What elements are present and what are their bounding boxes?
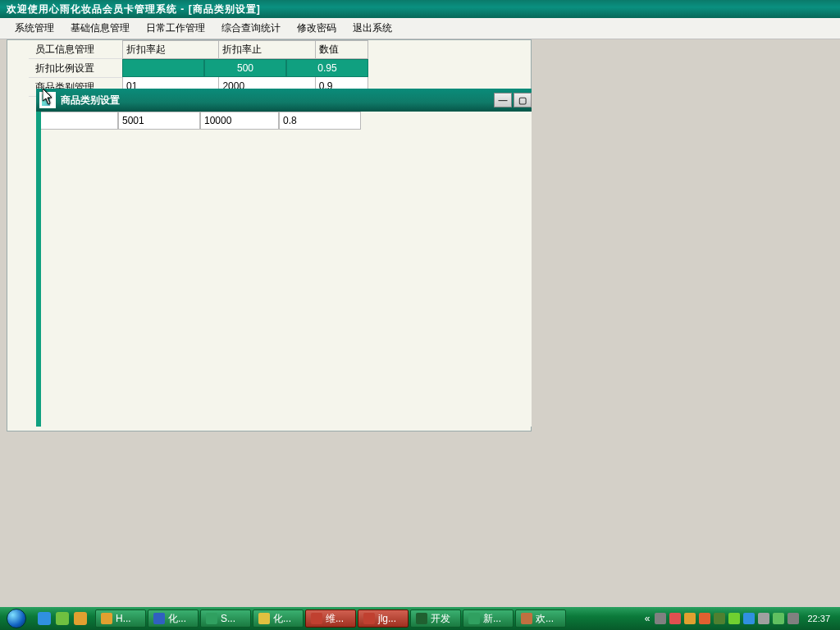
tray-icon[interactable] [699, 613, 710, 624]
task-app-icon [416, 613, 427, 624]
taskbar-task-button[interactable]: 新... [463, 609, 514, 628]
tray-icon[interactable] [655, 613, 666, 624]
menu-baseinfo[interactable]: 基础信息管理 [62, 18, 138, 39]
task-label: 化... [168, 612, 186, 626]
side-item-staff[interactable]: 员工信息管理 [29, 40, 122, 59]
category-row[interactable]: 5001 10000 0.8 [41, 112, 532, 130]
menu-daily[interactable]: 日常工作管理 [138, 18, 213, 39]
taskbar-task-button[interactable]: H... [95, 609, 146, 628]
task-buttons: H...化...S...化...维...jlg...开发新...欢... [92, 609, 566, 628]
menu-password[interactable]: 修改密码 [289, 18, 345, 39]
ql-icon[interactable] [56, 612, 69, 625]
ql-icon[interactable] [38, 612, 51, 625]
menu-system[interactable]: 系统管理 [7, 18, 62, 39]
category-window-titlebar[interactable]: 商品类别设置 — ▢ [36, 89, 532, 112]
taskbar-task-button[interactable]: 维... [305, 609, 356, 628]
system-tray: «22:37 [643, 613, 840, 624]
taskbar-task-button[interactable]: 化... [148, 609, 199, 628]
taskbar-task-button[interactable]: 开发 [410, 609, 461, 628]
tray-icon[interactable] [714, 613, 725, 624]
taskbar-task-button[interactable]: jlg... [358, 609, 409, 628]
mdi-workspace: 员工信息管理 折扣比例设置 商品类别管理 折扣率起 折扣率止 数值 500 0.… [0, 39, 840, 607]
menubar: 系统管理 基础信息管理 日常工作管理 综合查询统计 修改密码 退出系统 [0, 18, 840, 39]
task-app-icon [153, 613, 165, 624]
task-app-icon [311, 613, 322, 624]
app-title: 欢迎使用心雨化妆品会员卡管理系统 - [商品类别设置] [7, 2, 261, 16]
grid-header-row: 折扣率起 折扣率止 数值 [123, 41, 368, 59]
cell-start[interactable]: 5001 [118, 112, 200, 130]
taskbar-task-button[interactable]: 欢... [515, 609, 566, 628]
task-label: 欢... [536, 612, 554, 626]
menu-exit[interactable]: 退出系统 [345, 18, 400, 39]
task-app-icon [101, 613, 112, 624]
category-window: 商品类别设置 — ▢ 5001 10000 0.8 [36, 89, 532, 427]
task-label: 开发 [431, 612, 450, 626]
start-button[interactable] [0, 607, 33, 630]
tray-icon[interactable] [788, 613, 799, 624]
tray-icon[interactable] [684, 613, 696, 624]
tray-icon[interactable] [758, 613, 769, 624]
taskbar-task-button[interactable]: 化... [253, 609, 304, 628]
category-window-title: 商品类别设置 [61, 94, 120, 107]
task-label: 化... [273, 612, 291, 626]
tray-icon[interactable] [773, 613, 784, 624]
tray-icon[interactable] [669, 613, 681, 624]
task-app-icon [468, 613, 480, 624]
cell-value[interactable]: 0.8 [279, 112, 361, 130]
taskbar-clock[interactable]: 22:37 [802, 614, 835, 623]
category-window-body: 5001 10000 0.8 [36, 112, 532, 427]
cell-end[interactable]: 10000 [200, 112, 279, 130]
grid-row-selected-overlay[interactable]: 500 0.95 [122, 59, 368, 77]
side-item-discount[interactable]: 折扣比例设置 [29, 59, 122, 78]
task-label: 维... [326, 612, 344, 626]
cell-id[interactable] [41, 112, 118, 130]
task-label: S... [221, 613, 235, 624]
grid-header-start: 折扣率起 [123, 41, 219, 59]
task-app-icon [521, 613, 532, 624]
tray-overflow-icon[interactable]: « [643, 613, 652, 624]
tray-icon[interactable] [743, 613, 755, 624]
task-label: H... [116, 613, 131, 624]
task-app-icon [363, 613, 375, 624]
task-app-icon [258, 613, 270, 624]
ql-icon[interactable] [74, 612, 87, 625]
tray-icon[interactable] [728, 613, 740, 624]
quick-launch [33, 612, 92, 625]
task-label: jlg... [378, 613, 396, 624]
task-label: 新... [483, 612, 501, 626]
app-titlebar: 欢迎使用心雨化妆品会员卡管理系统 - [商品类别设置] [0, 0, 840, 18]
task-app-icon [206, 613, 217, 624]
windows-logo-icon [7, 609, 26, 628]
grid-header-value: 数值 [315, 41, 368, 59]
taskbar-task-button[interactable]: S... [200, 609, 251, 628]
grid-header-end: 折扣率止 [219, 41, 315, 59]
menu-query[interactable]: 综合查询统计 [213, 18, 289, 39]
window-icon [39, 92, 56, 108]
taskbar: H...化...S...化...维...jlg...开发新...欢... «22… [0, 607, 840, 630]
maximize-button[interactable]: ▢ [514, 93, 532, 107]
minimize-button[interactable]: — [494, 93, 512, 107]
